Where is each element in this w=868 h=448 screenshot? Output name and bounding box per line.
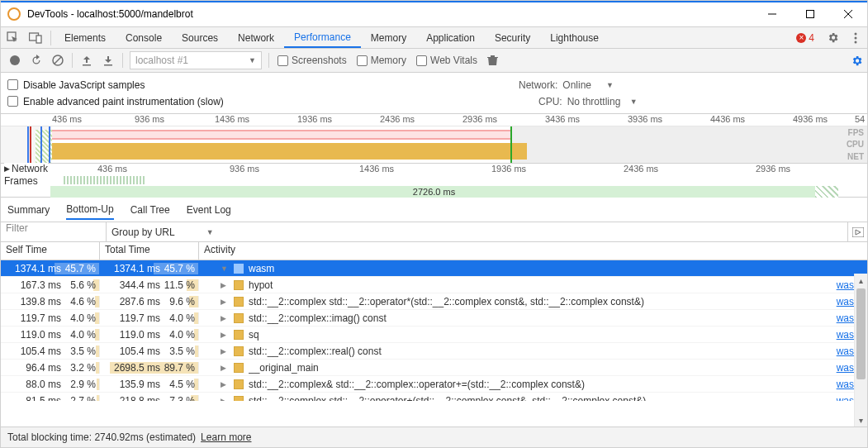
activity-text: std::__2::complex std::__2::operator*(st… [249, 296, 832, 307]
activity-swatch [234, 297, 244, 307]
tab-memory[interactable]: Memory [361, 27, 416, 48]
tab-lighthouse[interactable]: Lighthouse [540, 27, 609, 48]
cpu-select[interactable]: No throttling ▼ [567, 96, 638, 107]
disable-js-checkbox[interactable] [7, 79, 18, 90]
table-row[interactable]: 96.4 ms3.2 %2698.5 ms89.7 %▶__original_m… [1, 360, 867, 376]
perf-toolbar: localhost #1▼ Screenshots Memory Web Vit… [1, 49, 867, 73]
table-row[interactable]: 1374.1 ms45.7 %1374.1 ms45.7 %▼wasm [1, 260, 867, 277]
svg-point-10 [10, 55, 20, 65]
tab-security[interactable]: Security [485, 27, 540, 48]
table-row[interactable]: 119.0 ms4.0 %119.0 ms4.0 %▶sqwasm [1, 326, 867, 343]
capture-settings-gear-icon[interactable] [846, 49, 867, 72]
activity-swatch [234, 264, 244, 274]
expand-icon[interactable]: ▼ [221, 265, 229, 273]
activity-text: __original_main [249, 362, 832, 374]
inspect-icon[interactable] [1, 27, 24, 48]
expand-icon[interactable]: ▶ [221, 347, 229, 355]
memory-checkbox[interactable]: Memory [352, 55, 411, 66]
activity-swatch [234, 396, 244, 402]
capture-settings: Disable JavaScript samples Enable advanc… [1, 73, 867, 114]
table-row[interactable]: 167.3 ms5.6 %344.4 ms11.5 %▶hypotwasm [1, 277, 867, 293]
svg-line-12 [55, 57, 61, 64]
tab-elements[interactable]: Elements [55, 27, 116, 48]
tab-application[interactable]: Application [416, 27, 485, 48]
expand-icon[interactable]: ▶ [221, 397, 229, 402]
svg-point-8 [855, 36, 857, 39]
filter-row: Filter Group by URL▼ [1, 222, 867, 242]
window-titlebar: DevTools - localhost:5000/mandelbrot [1, 1, 867, 26]
col-self-time[interactable]: Self Time [1, 242, 100, 260]
close-button[interactable] [829, 1, 867, 26]
devtools-icon [7, 7, 21, 21]
table-header: Self Time Total Time Activity [1, 242, 867, 260]
activity-swatch [234, 280, 244, 290]
table-body: 1374.1 ms45.7 %1374.1 ms45.7 %▼wasm167.3… [1, 260, 867, 401]
device-toggle-icon[interactable] [24, 27, 47, 48]
table-row[interactable]: 88.0 ms2.9 %135.9 ms4.5 %▶std::__2::comp… [1, 376, 867, 393]
table-scrollbar[interactable]: ▴ ▾ [854, 274, 867, 427]
settings-gear-icon[interactable] [821, 27, 844, 48]
activity-text: std::__2::complex& std::__2::complex::op… [249, 379, 832, 390]
profile-select[interactable]: localhost #1▼ [130, 51, 262, 69]
error-count: 4 [809, 32, 814, 44]
error-count-badge[interactable]: ×4 [790, 32, 821, 44]
tab-summary[interactable]: Summary [7, 201, 50, 219]
overview-chart[interactable]: 436 ms 936 ms 1436 ms 1936 ms 2436 ms 29… [1, 114, 867, 164]
activity-text: wasm [249, 263, 867, 274]
svg-point-7 [855, 32, 857, 35]
upload-button[interactable] [76, 49, 97, 72]
filter-input[interactable]: Filter [1, 222, 107, 241]
svg-rect-13 [852, 227, 864, 237]
maximize-button[interactable] [791, 1, 829, 26]
svg-rect-6 [36, 36, 41, 43]
activity-swatch [234, 346, 244, 356]
timeline-panel[interactable]: 436 ms 936 ms 1436 ms 1936 ms 2436 ms 29… [1, 164, 867, 198]
status-bar: Total blocking time: 2740.92ms (estimate… [1, 427, 867, 447]
tab-bottom-up[interactable]: Bottom-Up [66, 200, 113, 220]
window-title: DevTools - localhost:5000/mandelbrot [27, 8, 753, 20]
network-select[interactable]: Online ▼ [562, 79, 614, 91]
tab-console[interactable]: Console [116, 27, 172, 48]
table-row[interactable]: 105.4 ms3.5 %105.4 ms3.5 %▶std::__2::com… [1, 343, 867, 360]
expand-icon[interactable]: ▶ [221, 281, 229, 289]
network-track-label[interactable]: ▶Network [4, 163, 48, 174]
svg-rect-1 [807, 10, 814, 17]
activity-text: std::__2::complex::real() const [249, 346, 832, 357]
activity-text: hypot [249, 279, 832, 291]
activity-swatch [234, 379, 244, 389]
more-icon[interactable] [844, 27, 867, 48]
table-row[interactable]: 139.8 ms4.6 %287.6 ms9.6 %▶std::__2::com… [1, 293, 867, 310]
frames-track-label[interactable]: Frames [4, 175, 38, 187]
expand-icon[interactable]: ▶ [221, 331, 229, 339]
col-activity[interactable]: Activity [199, 242, 867, 260]
expand-icon[interactable]: ▶ [221, 364, 229, 372]
trash-button[interactable] [482, 49, 504, 72]
tab-call-tree[interactable]: Call Tree [130, 201, 170, 219]
minimize-button[interactable] [753, 1, 791, 26]
tab-sources[interactable]: Sources [172, 27, 228, 48]
screenshots-checkbox[interactable]: Screenshots [273, 55, 352, 66]
analysis-tabs: Summary Bottom-Up Call Tree Event Log [1, 198, 867, 222]
expand-icon[interactable]: ▶ [221, 380, 229, 388]
tab-performance[interactable]: Performance [284, 27, 361, 48]
activity-text: std::__2::complex::imag() const [249, 312, 832, 324]
record-button[interactable] [4, 49, 26, 72]
expand-icon[interactable]: ▶ [221, 314, 229, 322]
table-row[interactable]: 119.7 ms4.0 %119.7 ms4.0 %▶std::__2::com… [1, 310, 867, 326]
paint-instr-checkbox[interactable] [7, 96, 18, 107]
clear-button[interactable] [47, 49, 69, 72]
status-text: Total blocking time: 2740.92ms (estimate… [7, 431, 196, 443]
group-by-select[interactable]: Group by URL▼ [107, 222, 219, 241]
table-row[interactable]: 81.5 ms2.7 %218.8 ms7.3 %▶std::__2::comp… [1, 393, 867, 401]
activity-swatch [234, 313, 244, 323]
tab-event-log[interactable]: Event Log [187, 201, 231, 219]
tab-network[interactable]: Network [228, 27, 284, 48]
learn-more-link[interactable]: Learn more [201, 431, 251, 443]
webvitals-checkbox[interactable]: Web Vitals [411, 55, 482, 66]
heavy-stack-toggle[interactable] [847, 222, 867, 241]
activity-swatch [234, 330, 244, 340]
col-total-time[interactable]: Total Time [100, 242, 199, 260]
expand-icon[interactable]: ▶ [221, 298, 229, 306]
download-button[interactable] [97, 49, 119, 72]
reload-record-button[interactable] [26, 49, 47, 72]
